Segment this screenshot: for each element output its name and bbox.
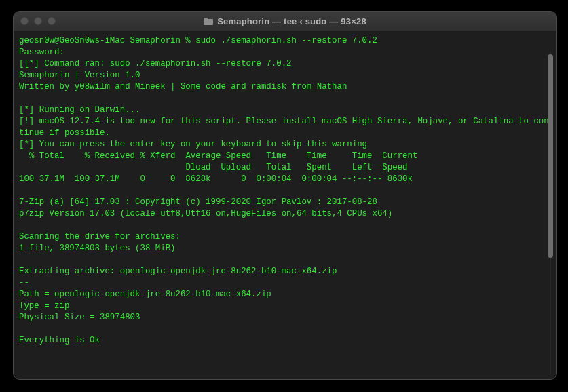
minimize-icon[interactable] xyxy=(34,17,42,25)
zoom-icon[interactable] xyxy=(48,17,56,25)
window-title: Semaphorin — tee ‹ sudo — 93×28 xyxy=(217,16,366,26)
window-title-group: Semaphorin — tee ‹ sudo — 93×28 xyxy=(14,16,556,26)
scrollbar-thumb[interactable] xyxy=(548,54,553,258)
folder-icon xyxy=(204,18,213,25)
scrollbar[interactable] xyxy=(546,52,555,375)
terminal-body[interactable]: geosn0w@GeoSn0ws-iMac Semaphorin % sudo … xyxy=(14,31,556,379)
terminal-output: geosn0w@GeoSn0ws-iMac Semaphorin % sudo … xyxy=(19,35,551,347)
close-icon[interactable] xyxy=(20,17,29,25)
titlebar[interactable]: Semaphorin — tee ‹ sudo — 93×28 xyxy=(14,12,556,31)
terminal-window: Semaphorin — tee ‹ sudo — 93×28 geosn0w@… xyxy=(13,11,557,380)
traffic-lights xyxy=(20,17,56,25)
